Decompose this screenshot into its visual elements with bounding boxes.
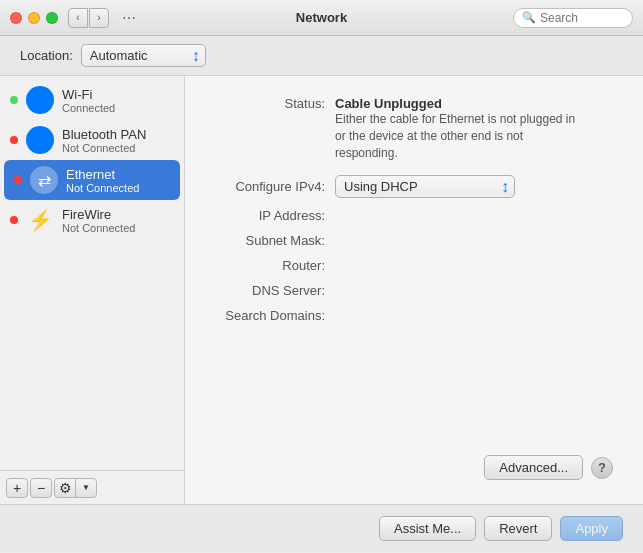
titlebar: ‹ › ⋯ Network 🔍: [0, 0, 643, 36]
dns-server-label: DNS Server:: [215, 283, 335, 298]
configure-ipv4-select[interactable]: Using DHCP Manually Using BootP Off: [335, 175, 515, 198]
sidebar-item-wifi[interactable]: ⇌ Wi-Fi Connected: [0, 80, 184, 120]
main-content: ⇌ Wi-Fi Connected ⎱ Bluetooth PAN Not Co…: [0, 76, 643, 504]
ip-address-row: IP Address:: [215, 208, 613, 223]
detail-panel: Status: Cable Unplugged Either the cable…: [185, 76, 643, 504]
gear-dropdown-button[interactable]: ▼: [75, 478, 97, 498]
location-select[interactable]: Automatic Edit Locations...: [81, 44, 206, 67]
status-value: Cable Unplugged: [335, 96, 585, 111]
gear-button[interactable]: ⚙: [54, 478, 76, 498]
status-row: Status: Cable Unplugged Either the cable…: [215, 96, 613, 161]
fw-item-text: FireWire Not Connected: [62, 207, 174, 234]
status-dot-ethernet: [14, 176, 22, 184]
fw-icon-circle: ⚡: [26, 206, 54, 234]
sidebar-item-bluetooth[interactable]: ⎱ Bluetooth PAN Not Connected: [0, 120, 184, 160]
status-value-block: Cable Unplugged Either the cable for Eth…: [335, 96, 585, 161]
add-interface-button[interactable]: +: [6, 478, 28, 498]
search-box[interactable]: 🔍: [513, 8, 633, 28]
remove-interface-button[interactable]: −: [30, 478, 52, 498]
spacer: [215, 333, 613, 455]
sidebar: ⇌ Wi-Fi Connected ⎱ Bluetooth PAN Not Co…: [0, 76, 185, 504]
wifi-status: Connected: [62, 102, 174, 114]
maximize-button[interactable]: [46, 12, 58, 24]
dns-server-row: DNS Server:: [215, 283, 613, 298]
configure-ipv4-row: Configure IPv4: Using DHCP Manually Usin…: [215, 175, 613, 198]
router-label: Router:: [215, 258, 335, 273]
nav-buttons: ‹ ›: [68, 8, 109, 28]
status-dot-firewire: [10, 216, 18, 224]
bt-status: Not Connected: [62, 142, 174, 154]
advanced-row: Advanced... ?: [215, 455, 613, 484]
window-title: Network: [296, 10, 347, 25]
search-icon: 🔍: [522, 11, 536, 24]
status-dot-wifi: [10, 96, 18, 104]
status-dot-bluetooth: [10, 136, 18, 144]
search-domains-row: Search Domains:: [215, 308, 613, 323]
sidebar-item-ethernet[interactable]: ⇄ Ethernet Not Connected: [4, 160, 180, 200]
subnet-mask-row: Subnet Mask:: [215, 233, 613, 248]
apply-button[interactable]: Apply: [560, 516, 623, 541]
fw-status: Not Connected: [62, 222, 174, 234]
search-input[interactable]: [540, 11, 624, 25]
bluetooth-icon: ⎱: [35, 131, 45, 149]
bt-name: Bluetooth PAN: [62, 127, 174, 142]
advanced-button[interactable]: Advanced...: [484, 455, 583, 480]
ipv4-select-wrapper: Using DHCP Manually Using BootP Off ↕: [335, 175, 515, 198]
grid-button[interactable]: ⋯: [119, 8, 139, 28]
search-domains-label: Search Domains:: [215, 308, 335, 323]
minimize-button[interactable]: [28, 12, 40, 24]
subnet-mask-label: Subnet Mask:: [215, 233, 335, 248]
eth-status: Not Connected: [66, 182, 170, 194]
location-select-wrapper: Automatic Edit Locations... ↕: [81, 44, 206, 67]
status-label: Status:: [215, 96, 335, 111]
gear-btn-group: ⚙ ▼: [54, 478, 97, 498]
sidebar-list: ⇌ Wi-Fi Connected ⎱ Bluetooth PAN Not Co…: [0, 76, 184, 470]
sidebar-toolbar: + − ⚙ ▼: [0, 470, 184, 504]
configure-ipv4-label: Configure IPv4:: [215, 179, 335, 194]
wifi-name: Wi-Fi: [62, 87, 174, 102]
sidebar-item-firewire[interactable]: ⚡ FireWire Not Connected: [0, 200, 184, 240]
back-button[interactable]: ‹: [68, 8, 88, 28]
ip-address-label: IP Address:: [215, 208, 335, 223]
forward-button[interactable]: ›: [89, 8, 109, 28]
location-bar: Location: Automatic Edit Locations... ↕: [0, 36, 643, 76]
eth-icon-circle: ⇄: [30, 166, 58, 194]
close-button[interactable]: [10, 12, 22, 24]
bt-icon-circle: ⎱: [26, 126, 54, 154]
wifi-icon: ⇌: [33, 89, 48, 111]
fw-name: FireWire: [62, 207, 174, 222]
ethernet-icon: ⇄: [38, 171, 51, 190]
router-row: Router:: [215, 258, 613, 273]
eth-name: Ethernet: [66, 167, 170, 182]
revert-button[interactable]: Revert: [484, 516, 552, 541]
assist-me-button[interactable]: Assist Me...: [379, 516, 476, 541]
bt-item-text: Bluetooth PAN Not Connected: [62, 127, 174, 154]
wifi-item-text: Wi-Fi Connected: [62, 87, 174, 114]
wifi-icon-circle: ⇌: [26, 86, 54, 114]
bottom-bar: Assist Me... Revert Apply: [0, 504, 643, 552]
help-button[interactable]: ?: [591, 457, 613, 479]
firewire-icon: ⚡: [28, 208, 53, 232]
eth-item-text: Ethernet Not Connected: [66, 167, 170, 194]
location-label: Location:: [20, 48, 73, 63]
status-description: Either the cable for Ethernet is not plu…: [335, 111, 585, 161]
traffic-lights: [10, 12, 58, 24]
